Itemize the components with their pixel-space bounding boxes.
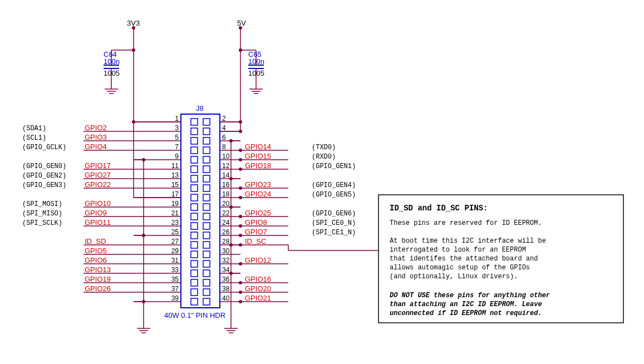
- svg-rect-33: [203, 270, 210, 277]
- pin-number: 36: [222, 276, 230, 283]
- pin-number: 32: [222, 257, 230, 264]
- cap-pkg: 1005: [248, 69, 264, 77]
- note-warning: DO NOT USE these pins for anything other: [390, 292, 550, 299]
- pin-number: 33: [171, 266, 179, 274]
- svg-rect-25: [203, 232, 210, 239]
- aux-label: (GPIO_GCLK): [22, 144, 66, 151]
- svg-rect-17: [203, 194, 210, 201]
- header-refdes: J8: [196, 104, 204, 112]
- svg-rect-19: [203, 204, 210, 210]
- svg-text:At boot time this I2C interfac: At boot time this I2C interface will be: [390, 237, 546, 245]
- svg-rect-4: [191, 137, 198, 144]
- pin-number: 29: [171, 247, 179, 255]
- svg-point-163: [239, 262, 242, 265]
- pin-number: 35: [171, 276, 179, 283]
- pin-number: 30: [222, 247, 230, 255]
- pin-number: 15: [171, 181, 179, 189]
- pin-number: 1: [175, 115, 179, 122]
- svg-text:(and optionally, Linux drivers: (and optionally, Linux drivers).: [390, 273, 518, 281]
- svg-rect-29: [203, 251, 210, 258]
- pin-number: 31: [171, 257, 179, 264]
- svg-point-172: [239, 291, 242, 294]
- svg-point-142: [239, 196, 242, 199]
- aux-label: (SPI_MISO): [22, 210, 62, 218]
- signal-label: GPIO8: [245, 218, 267, 227]
- svg-point-151: [239, 224, 242, 228]
- svg-rect-9: [203, 156, 210, 163]
- svg-rect-14: [191, 185, 198, 191]
- note-text: These pins are reserved for ID EEPROM.: [390, 219, 542, 227]
- svg-rect-13: [203, 175, 210, 182]
- svg-rect-28: [191, 251, 198, 258]
- signal-label: GPIO17: [85, 161, 111, 170]
- svg-rect-8: [191, 156, 198, 163]
- pin-number: 6: [222, 134, 226, 141]
- signal-label: GPIO16: [245, 275, 271, 283]
- svg-rect-27: [203, 242, 210, 248]
- svg-text:interrogated to look for an EE: interrogated to look for an EEPROM: [390, 246, 526, 254]
- signal-label: GPIO26: [85, 284, 111, 293]
- aux-label: (SPI_CE0_N): [312, 219, 356, 227]
- aux-label: (GPIO_GEN3): [22, 181, 66, 189]
- signal-label: ID_SC: [245, 237, 266, 245]
- aux-label: (TXD0): [312, 144, 336, 151]
- signal-label: GPIO19: [85, 275, 111, 283]
- gpio-header-schematic: J840W 0.1" PIN HDR3V35VC64100n1005C65100…: [0, 0, 644, 364]
- svg-text:that identifes the attached bo: that identifes the attached board and: [390, 255, 538, 263]
- signal-label: GPIO2: [85, 124, 107, 132]
- pin-number: 9: [175, 153, 179, 160]
- svg-point-154: [239, 234, 242, 237]
- svg-rect-3: [203, 128, 210, 135]
- svg-point-139: [239, 186, 242, 190]
- svg-point-43: [239, 26, 242, 29]
- pin-number: 37: [171, 285, 179, 293]
- svg-rect-38: [191, 298, 198, 305]
- svg-text:allows automagic setup of the : allows automagic setup of the GPIOs: [390, 264, 530, 272]
- svg-rect-35: [203, 279, 210, 286]
- svg-rect-22: [191, 223, 198, 229]
- cap-val: 100n: [104, 57, 120, 66]
- pin-number: 23: [171, 219, 179, 227]
- aux-label: (SPI_CE1_N): [312, 229, 356, 237]
- signal-label: GPIO6: [85, 256, 107, 264]
- pin-number: 26: [222, 228, 230, 236]
- header-desc: 40W 0.1" PIN HDR: [164, 311, 225, 319]
- rail-3v3-label: 3V3: [127, 19, 140, 27]
- svg-rect-10: [191, 166, 198, 173]
- signal-label: GPIO7: [245, 228, 267, 236]
- pin-number: 4: [222, 124, 226, 132]
- svg-text:unconnected if ID EEPROM not r: unconnected if ID EEPROM not required.: [390, 309, 542, 317]
- aux-label: (RXD0): [312, 153, 336, 161]
- svg-rect-24: [191, 232, 198, 239]
- pin-number: 14: [222, 171, 230, 179]
- aux-label: (GPIO_GEN4): [312, 181, 356, 189]
- signal-label: GPIO18: [245, 161, 271, 170]
- pin-number: 24: [222, 219, 230, 227]
- pin-number: 22: [222, 209, 230, 217]
- svg-rect-12: [191, 175, 198, 182]
- pin-number: 19: [171, 200, 179, 208]
- signal-label: GPIO27: [85, 171, 111, 179]
- signal-label: GPIO5: [85, 247, 107, 255]
- pin-number: 5: [175, 134, 179, 141]
- cap-pkg: 1005: [104, 69, 120, 77]
- svg-point-175: [239, 300, 242, 303]
- signal-label: GPIO12: [245, 256, 271, 264]
- svg-rect-11: [203, 166, 210, 173]
- svg-rect-0: [191, 119, 198, 125]
- svg-point-41: [132, 26, 135, 29]
- svg-text:than attaching an I2C ID EEPRO: than attaching an I2C ID EEPROM. Leave: [390, 301, 542, 308]
- pin-number: 28: [222, 238, 230, 245]
- pin-number: 20: [222, 200, 230, 208]
- pin-header: [181, 114, 220, 308]
- signal-label: GPIO25: [245, 209, 271, 217]
- note-title: ID_SD and ID_SC PINS:: [390, 204, 488, 213]
- signal-label: GPIO10: [85, 199, 111, 208]
- pin-number: 16: [222, 181, 230, 189]
- svg-rect-31: [203, 260, 210, 267]
- pin-number: 13: [171, 171, 179, 179]
- pin-number: 38: [222, 285, 230, 293]
- svg-rect-2: [191, 128, 198, 135]
- svg-point-148: [239, 215, 242, 218]
- pin-number: 34: [222, 266, 230, 274]
